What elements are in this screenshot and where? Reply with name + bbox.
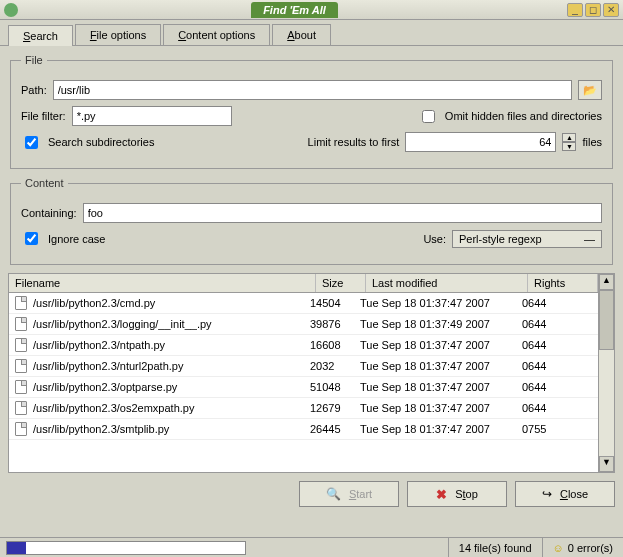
file-size: 14504 — [310, 297, 360, 309]
close-window-button[interactable]: ✕ — [603, 3, 619, 17]
stop-icon: ✖ — [436, 487, 447, 502]
window-title: Find 'Em All — [251, 2, 338, 18]
file-size: 12679 — [310, 402, 360, 414]
file-name: /usr/lib/python2.3/logging/__init__.py — [33, 318, 212, 330]
file-modified: Tue Sep 18 01:37:47 2007 — [360, 423, 522, 435]
table-row[interactable]: /usr/lib/python2.3/os2emxpath.py12679Tue… — [9, 398, 598, 419]
table-row[interactable]: /usr/lib/python2.3/logging/__init__.py39… — [9, 314, 598, 335]
table-row[interactable]: /usr/lib/python2.3/optparse.py51048Tue S… — [9, 377, 598, 398]
file-icon — [15, 401, 27, 415]
file-modified: Tue Sep 18 01:37:47 2007 — [360, 297, 522, 309]
file-modified: Tue Sep 18 01:37:47 2007 — [360, 381, 522, 393]
folder-open-icon: 📂 — [583, 84, 597, 97]
file-size: 16608 — [310, 339, 360, 351]
path-label: Path: — [21, 84, 47, 96]
search-subdirs-checkbox[interactable] — [25, 136, 38, 149]
file-rights: 0644 — [522, 402, 592, 414]
file-modified: Tue Sep 18 01:37:47 2007 — [360, 360, 522, 372]
header-rights[interactable]: Rights — [528, 274, 598, 292]
file-rights: 0755 — [522, 423, 592, 435]
limit-spinner[interactable] — [405, 132, 556, 152]
tab-file-options[interactable]: File options — [75, 24, 161, 45]
table-row[interactable]: /usr/lib/python2.3/ntpath.py16608Tue Sep… — [9, 335, 598, 356]
table-row[interactable]: /usr/lib/python2.3/nturl2path.py2032Tue … — [9, 356, 598, 377]
file-modified: Tue Sep 18 01:37:49 2007 — [360, 318, 522, 330]
file-icon — [15, 338, 27, 352]
file-icon — [15, 422, 27, 436]
results-scrollbar[interactable]: ▲ ▼ — [598, 274, 614, 472]
file-fieldset: File Path: 📂 File filter: Omit hidden fi… — [10, 54, 613, 169]
dropdown-icon: — — [584, 233, 595, 245]
scroll-down-icon[interactable]: ▼ — [599, 456, 614, 472]
stop-button[interactable]: ✖Stop — [407, 481, 507, 507]
ignore-case-checkbox[interactable] — [25, 232, 38, 245]
ignore-case-label: Ignore case — [48, 233, 105, 245]
close-button[interactable]: ↪Close — [515, 481, 615, 507]
file-icon — [15, 359, 27, 373]
file-size: 51048 — [310, 381, 360, 393]
search-icon: 🔍 — [326, 487, 341, 501]
file-rights: 0644 — [522, 381, 592, 393]
file-name: /usr/lib/python2.3/nturl2path.py — [33, 360, 183, 372]
start-button[interactable]: 🔍Start — [299, 481, 399, 507]
header-filename[interactable]: Filename — [9, 274, 316, 292]
tab-search[interactable]: Search — [8, 25, 73, 46]
omit-hidden-checkbox[interactable] — [422, 110, 435, 123]
file-icon — [15, 317, 27, 331]
regexp-dropdown[interactable]: Perl-style regexp — — [452, 230, 602, 248]
filter-label: File filter: — [21, 110, 66, 122]
scroll-thumb[interactable] — [599, 290, 614, 350]
titlebar: Find 'Em All ⎯ ◻ ✕ — [0, 0, 623, 20]
spinner-up[interactable]: ▲ — [562, 133, 576, 142]
search-subdirs-label: Search subdirectories — [48, 136, 154, 148]
progress-bar — [6, 541, 246, 555]
file-icon — [15, 380, 27, 394]
header-modified[interactable]: Last modified — [366, 274, 528, 292]
tab-bar: Search File options Content options Abou… — [0, 20, 623, 46]
file-modified: Tue Sep 18 01:37:47 2007 — [360, 402, 522, 414]
content-fieldset: Content Containing: Ignore case Use: Per… — [10, 177, 613, 265]
spinner-down[interactable]: ▼ — [562, 142, 576, 151]
status-bar: 14 file(s) found ☺0 error(s) — [0, 537, 623, 557]
containing-label: Containing: — [21, 207, 77, 219]
file-size: 26445 — [310, 423, 360, 435]
file-name: /usr/lib/python2.3/ntpath.py — [33, 339, 165, 351]
exit-icon: ↪ — [542, 487, 552, 501]
header-size[interactable]: Size — [316, 274, 366, 292]
path-input[interactable] — [53, 80, 572, 100]
containing-input[interactable] — [83, 203, 602, 223]
smiley-icon: ☺ — [553, 542, 564, 554]
file-name: /usr/lib/python2.3/cmd.py — [33, 297, 155, 309]
status-found: 14 file(s) found — [448, 538, 542, 557]
regexp-value: Perl-style regexp — [459, 233, 542, 245]
scroll-up-icon[interactable]: ▲ — [599, 274, 614, 290]
file-rights: 0644 — [522, 360, 592, 372]
file-legend: File — [21, 54, 47, 66]
browse-button[interactable]: 📂 — [578, 80, 602, 100]
tab-about[interactable]: About — [272, 24, 331, 45]
file-icon — [15, 296, 27, 310]
file-size: 2032 — [310, 360, 360, 372]
file-name: /usr/lib/python2.3/smtplib.py — [33, 423, 169, 435]
use-label: Use: — [423, 233, 446, 245]
content-legend: Content — [21, 177, 68, 189]
file-rights: 0644 — [522, 297, 592, 309]
filter-input[interactable] — [72, 106, 232, 126]
limit-label: Limit results to first — [308, 136, 400, 148]
status-errors: ☺0 error(s) — [542, 538, 623, 557]
file-rights: 0644 — [522, 339, 592, 351]
app-icon — [4, 3, 18, 17]
table-row[interactable]: /usr/lib/python2.3/smtplib.py26445Tue Se… — [9, 419, 598, 440]
file-size: 39876 — [310, 318, 360, 330]
tab-content-options[interactable]: Content options — [163, 24, 270, 45]
file-name: /usr/lib/python2.3/optparse.py — [33, 381, 177, 393]
table-row[interactable]: /usr/lib/python2.3/cmd.py14504Tue Sep 18… — [9, 293, 598, 314]
minimize-button[interactable]: ⎯ — [567, 3, 583, 17]
file-modified: Tue Sep 18 01:37:47 2007 — [360, 339, 522, 351]
results-table: Filename Size Last modified Rights /usr/… — [8, 273, 615, 473]
file-name: /usr/lib/python2.3/os2emxpath.py — [33, 402, 194, 414]
limit-suffix: files — [582, 136, 602, 148]
file-rights: 0644 — [522, 318, 592, 330]
omit-hidden-label: Omit hidden files and directories — [445, 110, 602, 122]
maximize-button[interactable]: ◻ — [585, 3, 601, 17]
